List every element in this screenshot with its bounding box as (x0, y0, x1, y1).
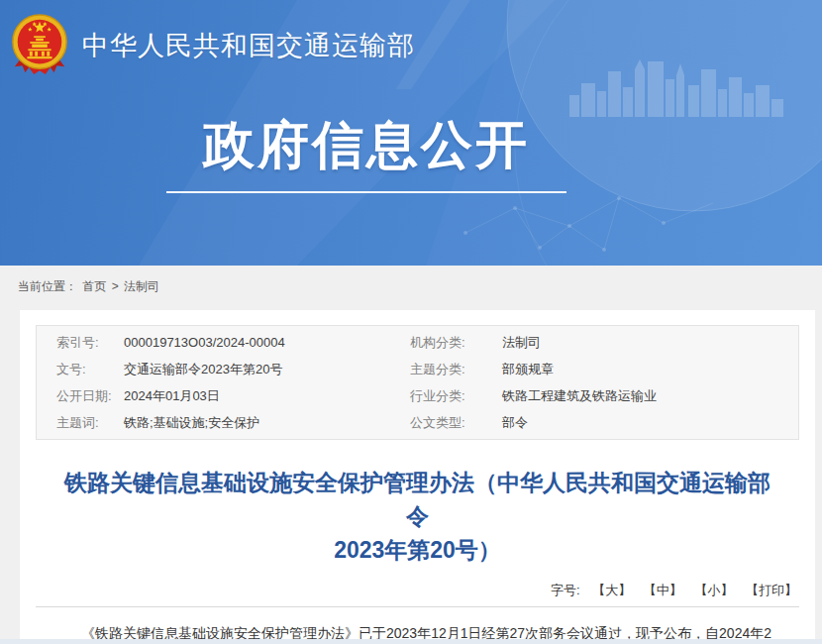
document-body: 《铁路关键信息基础设施安全保护管理办法》已于2023年12月1日经第27次部务会… (53, 622, 781, 639)
breadcrumb-label: 当前位置： (18, 279, 77, 293)
table-row: 文号: 交通运输部令2023年第20号 主题分类: 部颁规章 (37, 356, 798, 382)
breadcrumb-separator: > (112, 279, 119, 293)
meta-label: 行业分类: (410, 387, 502, 405)
font-size-label: 字号: (551, 583, 580, 597)
font-size-small-button[interactable]: 【小】 (694, 583, 733, 597)
meta-label: 公开日期: (37, 387, 124, 405)
national-emblem-icon (9, 13, 70, 78)
font-size-large-button[interactable]: 【大】 (592, 583, 631, 597)
title-divider (36, 606, 799, 607)
meta-label: 公文类型: (410, 414, 502, 432)
header-banner: 中华人民共和国交通运输部 政府信息公开 (0, 0, 822, 266)
meta-label: 索引号: (37, 334, 124, 352)
document-title: 铁路关键信息基础设施安全保护管理办法（中华人民共和国交通运输部令2023年第20… (53, 466, 781, 567)
meta-value: 铁路工程建筑及铁路运输业 (502, 387, 798, 405)
bottom-strip (0, 639, 822, 644)
document-card: 索引号: 000019713O03/2024-00004 机构分类: 法制司 文… (20, 310, 815, 639)
document-title-line2: 2023年第20号） (334, 537, 501, 563)
metadata-table: 索引号: 000019713O03/2024-00004 机构分类: 法制司 文… (36, 325, 799, 440)
page-title: 政府信息公开 (166, 111, 566, 180)
font-size-controls: 字号: 【大】 【中】 【小】 【打印】 (38, 582, 797, 599)
meta-value: 000019713O03/2024-00004 (124, 335, 410, 350)
meta-value: 法制司 (502, 334, 798, 352)
site-logo-link[interactable]: 中华人民共和国交通运输部 (9, 13, 415, 78)
print-button[interactable]: 【打印】 (746, 583, 797, 597)
meta-value: 部颁规章 (502, 361, 798, 378)
meta-label: 文号: (37, 361, 124, 378)
meta-label: 主题词: (37, 414, 124, 432)
breadcrumb-home[interactable]: 首页 (82, 279, 106, 293)
breadcrumb: 当前位置： 首页 > 法制司 (18, 278, 161, 295)
meta-label: 机构分类: (410, 334, 502, 352)
ministry-name[interactable]: 中华人民共和国交通运输部 (82, 28, 415, 63)
font-size-medium-button[interactable]: 【中】 (644, 583, 682, 597)
meta-value: 交通运输部令2023年第20号 (124, 361, 410, 378)
table-row: 公开日期: 2024年01月03日 行业分类: 铁路工程建筑及铁路运输业 (37, 382, 798, 409)
meta-value: 铁路;基础设施;安全保护 (124, 414, 410, 432)
title-underline (166, 191, 566, 193)
meta-label: 主题分类: (410, 361, 502, 378)
meta-value: 部令 (502, 414, 798, 432)
document-title-line1: 铁路关键信息基础设施安全保护管理办法（中华人民共和国交通运输部令 (64, 470, 771, 529)
meta-value: 2024年01月03日 (124, 387, 410, 405)
table-row: 索引号: 000019713O03/2024-00004 机构分类: 法制司 (37, 329, 798, 356)
table-row: 主题词: 铁路;基础设施;安全保护 公文类型: 部令 (37, 409, 798, 436)
breadcrumb-current[interactable]: 法制司 (124, 279, 159, 293)
